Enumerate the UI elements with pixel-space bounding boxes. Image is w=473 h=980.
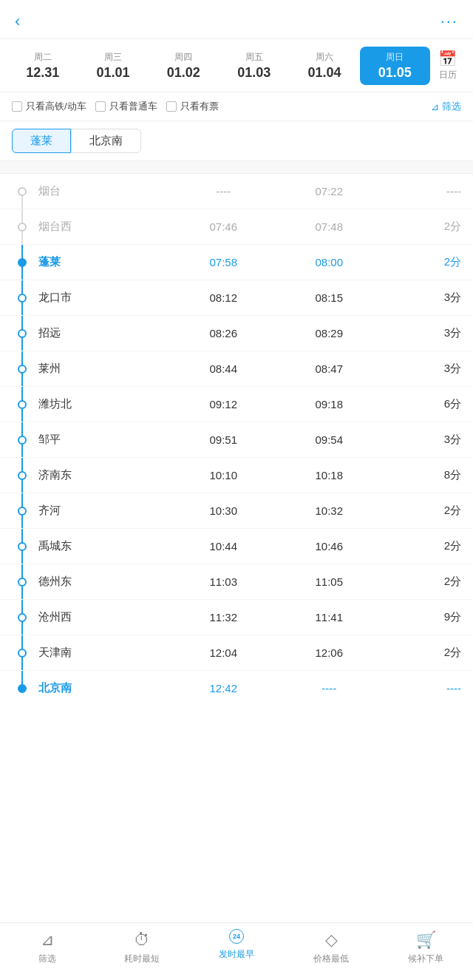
depart-time-3: 08:15: [276, 291, 382, 304]
date-tab-weekday: 周六: [316, 51, 333, 64]
stop-duration-0: ----: [382, 185, 461, 197]
depart-time-8: 10:18: [276, 469, 382, 481]
depart-time-9: 10:32: [276, 504, 382, 517]
date-tab-01.01[interactable]: 周三 01.01: [78, 47, 148, 85]
timeline-dot-14: [12, 684, 33, 693]
row-content-6: 潍坊北 09:12 09:18 6分: [38, 397, 461, 411]
arrive-time-14: 12:42: [171, 682, 276, 695]
timeline-dot-11: [12, 578, 33, 587]
depart-time-1: 07:48: [276, 220, 382, 233]
filter-checkbox-2[interactable]: [166, 101, 177, 112]
filter-item-0[interactable]: 只看高铁/动车: [12, 100, 86, 113]
arrive-time-9: 10:30: [171, 504, 276, 517]
stop-duration-7: 3分: [382, 433, 461, 447]
stop-duration-3: 3分: [382, 291, 461, 305]
nav-icon-filter: ⊿: [41, 930, 54, 950]
filter-checkbox-0[interactable]: [12, 101, 22, 112]
funnel-button[interactable]: ⊿筛选: [431, 100, 461, 113]
station-name-1: 烟台西: [38, 220, 171, 234]
row-content-4: 招远 08:26 08:29 3分: [38, 326, 461, 340]
station-tab-1[interactable]: 北京南: [71, 129, 141, 153]
calendar-label: 日历: [439, 69, 457, 81]
table-row: 烟台西 07:46 07:48 2分: [0, 209, 473, 245]
calendar-button[interactable]: 📅 日历: [430, 45, 466, 86]
date-tab-01.04[interactable]: 周六 01.04: [289, 47, 359, 85]
row-content-10: 禹城东 10:44 10:46 2分: [38, 539, 461, 553]
timeline-dot-0: [12, 187, 33, 196]
dot-12: [18, 613, 27, 622]
depart-time-5: 08:47: [276, 362, 382, 375]
timeline-dot-9: [12, 507, 33, 516]
timeline-dot-4: [12, 329, 33, 338]
dot-2: [18, 258, 27, 267]
station-name-2: 蓬莱: [38, 255, 171, 269]
dot-13: [18, 649, 27, 658]
station-name-6: 潍坊北: [38, 397, 171, 411]
filter-item-1[interactable]: 只看普通车: [95, 100, 157, 113]
row-content-12: 沧州西 11:32 11:41 9分: [38, 610, 461, 624]
filter-row: 只看高铁/动车 只看普通车 只看有票 ⊿筛选: [0, 92, 473, 121]
nav-label-depart: 发时最早: [219, 948, 254, 961]
dot-6: [18, 400, 27, 409]
table-row: 邹平 09:51 09:54 3分: [0, 422, 473, 458]
table-row: 德州东 11:03 11:05 2分: [0, 564, 473, 600]
stop-duration-1: 2分: [382, 220, 461, 234]
date-tab-01.03[interactable]: 周五 01.03: [219, 47, 289, 85]
nav-item-depart[interactable]: 24 发时最早: [207, 930, 266, 965]
date-tab-day: 01.05: [378, 65, 412, 81]
header: ‹ ···: [0, 0, 473, 39]
timeline-dot-2: [12, 258, 33, 267]
nav-icon-order: 🛒: [416, 930, 436, 950]
table-row: 莱州 08:44 08:47 3分: [0, 351, 473, 387]
table-row: 济南东 10:10 10:18 8分: [0, 458, 473, 493]
timeline-dot-1: [12, 223, 33, 232]
row-content-0: 烟台 ---- 07:22 ----: [38, 184, 461, 198]
station-name-10: 禹城东: [38, 539, 171, 553]
station-name-11: 德州东: [38, 575, 171, 589]
stop-duration-2: 2分: [382, 255, 461, 269]
arrive-time-7: 09:51: [171, 433, 276, 446]
more-button[interactable]: ···: [440, 12, 458, 31]
nav-badge-depart: 24: [229, 929, 244, 944]
row-content-2: 蓬莱 07:58 08:00 2分: [38, 255, 461, 269]
nav-item-time[interactable]: ⏱ 耗时最短: [112, 930, 171, 965]
date-tab-weekday: 周日: [386, 51, 404, 64]
row-content-7: 邹平 09:51 09:54 3分: [38, 433, 461, 447]
date-tab-01.05[interactable]: 周日 01.05: [360, 47, 430, 85]
filter-label-0: 只看高铁/动车: [26, 100, 86, 113]
arrive-time-5: 08:44: [171, 362, 276, 375]
stop-duration-9: 2分: [382, 504, 461, 518]
date-tab-01.02[interactable]: 周四 01.02: [149, 47, 219, 85]
date-tab-weekday: 周四: [174, 51, 192, 64]
dot-5: [18, 365, 27, 374]
arrive-time-4: 08:26: [171, 327, 276, 339]
funnel-label: 筛选: [442, 100, 461, 113]
date-tab-day: 12.31: [26, 65, 59, 81]
nav-label-filter: 筛选: [38, 953, 56, 965]
station-tab-0[interactable]: 蓬莱: [12, 129, 71, 153]
arrive-time-13: 12:04: [171, 646, 276, 659]
station-name-12: 沧州西: [38, 610, 171, 624]
arrive-time-2: 07:58: [171, 256, 276, 268]
nav-item-filter[interactable]: ⊿ 筛选: [18, 930, 77, 965]
filter-item-2[interactable]: 只看有票: [166, 100, 219, 113]
back-button[interactable]: ‹: [15, 12, 20, 31]
nav-item-order[interactable]: 🛒 候补下单: [396, 930, 455, 965]
nav-icon-price: ◇: [325, 930, 338, 950]
funnel-icon: ⊿: [431, 101, 439, 112]
arrive-time-1: 07:46: [171, 220, 276, 233]
bottom-nav: ⊿ 筛选 ⏱ 耗时最短 24 发时最早 ◇ 价格最低 🛒 候补下单: [0, 922, 473, 980]
filter-label-1: 只看普通车: [109, 100, 157, 113]
timeline-dot-8: [12, 471, 33, 480]
arrive-time-6: 09:12: [171, 398, 276, 410]
depart-time-0: 07:22: [276, 185, 382, 197]
filter-checkbox-1[interactable]: [95, 101, 106, 112]
stop-duration-8: 8分: [382, 468, 461, 482]
timeline-dot-7: [12, 436, 33, 445]
date-tab-12.31[interactable]: 周二 12.31: [7, 47, 78, 85]
row-content-9: 齐河 10:30 10:32 2分: [38, 504, 461, 518]
nav-item-price[interactable]: ◇ 价格最低: [302, 930, 361, 965]
date-tab-day: 01.01: [96, 65, 129, 81]
table-row: 烟台 ---- 07:22 ----: [0, 174, 473, 209]
stop-duration-12: 9分: [382, 610, 461, 624]
